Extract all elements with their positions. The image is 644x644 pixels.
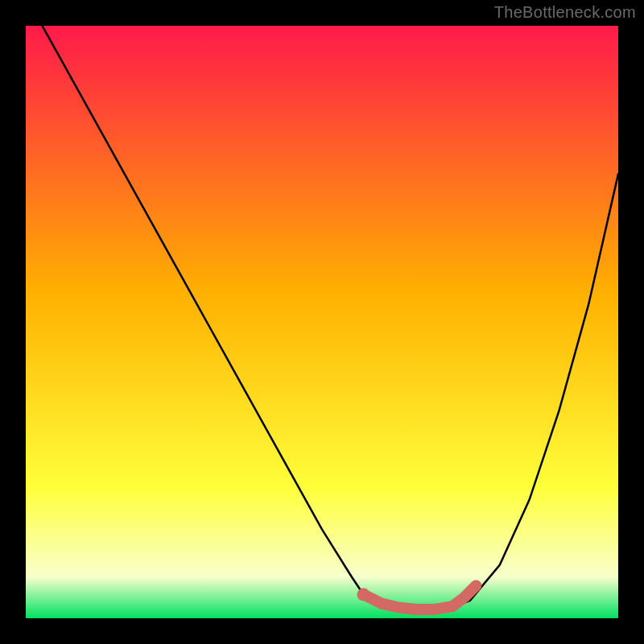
plot-svg xyxy=(26,26,618,618)
plot-area xyxy=(26,26,618,618)
chart-frame: TheBottleneck.com xyxy=(0,0,644,644)
watermark-text: TheBottleneck.com xyxy=(494,3,636,22)
optimal-point-marker xyxy=(357,588,370,601)
